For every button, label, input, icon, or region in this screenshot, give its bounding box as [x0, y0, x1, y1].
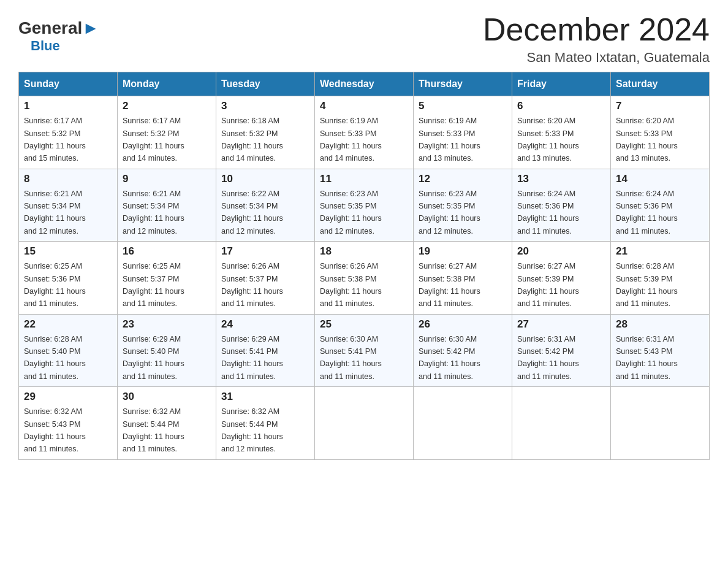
day-info: Sunrise: 6:20 AMSunset: 5:33 PMDaylight:…: [517, 117, 579, 163]
calendar-table: Sunday Monday Tuesday Wednesday Thursday…: [18, 72, 710, 460]
day-number: 21: [616, 245, 704, 258]
day-number: 12: [419, 173, 507, 185]
day-number: 9: [123, 173, 211, 185]
day-info: Sunrise: 6:23 AMSunset: 5:35 PMDaylight:…: [419, 190, 480, 236]
col-friday: Friday: [512, 72, 611, 96]
table-row: 2 Sunrise: 6:17 AMSunset: 5:32 PMDayligh…: [118, 96, 216, 169]
day-number: 8: [24, 173, 112, 185]
calendar-week-row: 8 Sunrise: 6:21 AMSunset: 5:34 PMDayligh…: [19, 169, 710, 242]
table-row: 21 Sunrise: 6:28 AMSunset: 5:39 PMDaylig…: [611, 242, 710, 315]
day-number: 20: [517, 245, 605, 258]
day-info: Sunrise: 6:29 AMSunset: 5:40 PMDaylight:…: [123, 335, 184, 381]
day-info: Sunrise: 6:27 AMSunset: 5:39 PMDaylight:…: [517, 262, 579, 308]
day-number: 25: [320, 318, 408, 331]
day-info: Sunrise: 6:23 AMSunset: 5:35 PMDaylight:…: [320, 190, 382, 236]
calendar-week-row: 29 Sunrise: 6:32 AMSunset: 5:43 PMDaylig…: [19, 387, 710, 460]
day-info: Sunrise: 6:18 AMSunset: 5:32 PMDaylight:…: [221, 117, 283, 163]
title-block: December 2024 San Mateo Ixtatan, Guatema…: [483, 12, 710, 66]
day-number: 23: [123, 318, 211, 331]
day-number: 29: [24, 391, 112, 403]
calendar-week-row: 15 Sunrise: 6:25 AMSunset: 5:36 PMDaylig…: [19, 242, 710, 315]
day-info: Sunrise: 6:32 AMSunset: 5:43 PMDaylight:…: [24, 407, 86, 453]
day-info: Sunrise: 6:17 AMSunset: 5:32 PMDaylight:…: [123, 117, 184, 163]
table-row: [512, 387, 611, 460]
day-info: Sunrise: 6:28 AMSunset: 5:39 PMDaylight:…: [616, 262, 678, 308]
table-row: [414, 387, 512, 460]
logo-blue-text: Blue: [31, 38, 60, 54]
day-info: Sunrise: 6:31 AMSunset: 5:43 PMDaylight:…: [616, 335, 678, 381]
logo-general-text: General►: [18, 18, 99, 38]
month-title: December 2024: [483, 12, 710, 47]
day-info: Sunrise: 6:26 AMSunset: 5:37 PMDaylight:…: [221, 262, 283, 308]
table-row: 18 Sunrise: 6:26 AMSunset: 5:38 PMDaylig…: [315, 242, 414, 315]
table-row: 8 Sunrise: 6:21 AMSunset: 5:34 PMDayligh…: [19, 169, 118, 242]
day-number: 6: [517, 100, 605, 112]
calendar-header-row: Sunday Monday Tuesday Wednesday Thursday…: [19, 72, 710, 96]
day-info: Sunrise: 6:32 AMSunset: 5:44 PMDaylight:…: [123, 407, 184, 453]
col-thursday: Thursday: [414, 72, 512, 96]
day-number: 16: [123, 245, 211, 258]
day-number: 27: [517, 318, 605, 331]
calendar-week-row: 1 Sunrise: 6:17 AMSunset: 5:32 PMDayligh…: [19, 96, 710, 169]
table-row: 23 Sunrise: 6:29 AMSunset: 5:40 PMDaylig…: [118, 314, 216, 387]
day-info: Sunrise: 6:24 AMSunset: 5:36 PMDaylight:…: [616, 190, 678, 236]
day-info: Sunrise: 6:30 AMSunset: 5:42 PMDaylight:…: [419, 335, 480, 381]
table-row: 12 Sunrise: 6:23 AMSunset: 5:35 PMDaylig…: [414, 169, 512, 242]
day-info: Sunrise: 6:28 AMSunset: 5:40 PMDaylight:…: [24, 335, 86, 381]
table-row: 11 Sunrise: 6:23 AMSunset: 5:35 PMDaylig…: [315, 169, 414, 242]
day-number: 31: [221, 391, 309, 403]
table-row: 3 Sunrise: 6:18 AMSunset: 5:32 PMDayligh…: [216, 96, 315, 169]
day-info: Sunrise: 6:19 AMSunset: 5:33 PMDaylight:…: [419, 117, 480, 163]
table-row: 16 Sunrise: 6:25 AMSunset: 5:37 PMDaylig…: [118, 242, 216, 315]
day-info: Sunrise: 6:17 AMSunset: 5:32 PMDaylight:…: [24, 117, 86, 163]
table-row: 7 Sunrise: 6:20 AMSunset: 5:33 PMDayligh…: [611, 96, 710, 169]
day-info: Sunrise: 6:20 AMSunset: 5:33 PMDaylight:…: [616, 117, 678, 163]
day-number: 11: [320, 173, 408, 185]
table-row: 26 Sunrise: 6:30 AMSunset: 5:42 PMDaylig…: [414, 314, 512, 387]
day-number: 10: [221, 173, 309, 185]
day-number: 28: [616, 318, 704, 331]
day-info: Sunrise: 6:32 AMSunset: 5:44 PMDaylight:…: [221, 407, 283, 453]
logo: General► Blue: [18, 18, 99, 54]
table-row: [315, 387, 414, 460]
page-header: General► Blue December 2024 San Mateo Ix…: [18, 12, 710, 66]
table-row: 13 Sunrise: 6:24 AMSunset: 5:36 PMDaylig…: [512, 169, 611, 242]
table-row: 22 Sunrise: 6:28 AMSunset: 5:40 PMDaylig…: [19, 314, 118, 387]
day-number: 22: [24, 318, 112, 331]
day-number: 17: [221, 245, 309, 258]
day-number: 7: [616, 100, 704, 112]
day-info: Sunrise: 6:26 AMSunset: 5:38 PMDaylight:…: [320, 262, 382, 308]
day-info: Sunrise: 6:30 AMSunset: 5:41 PMDaylight:…: [320, 335, 382, 381]
calendar-week-row: 22 Sunrise: 6:28 AMSunset: 5:40 PMDaylig…: [19, 314, 710, 387]
day-info: Sunrise: 6:22 AMSunset: 5:34 PMDaylight:…: [221, 190, 283, 236]
table-row: 17 Sunrise: 6:26 AMSunset: 5:37 PMDaylig…: [216, 242, 315, 315]
table-row: 5 Sunrise: 6:19 AMSunset: 5:33 PMDayligh…: [414, 96, 512, 169]
day-number: 4: [320, 100, 408, 112]
table-row: 20 Sunrise: 6:27 AMSunset: 5:39 PMDaylig…: [512, 242, 611, 315]
table-row: 19 Sunrise: 6:27 AMSunset: 5:38 PMDaylig…: [414, 242, 512, 315]
table-row: 14 Sunrise: 6:24 AMSunset: 5:36 PMDaylig…: [611, 169, 710, 242]
table-row: 29 Sunrise: 6:32 AMSunset: 5:43 PMDaylig…: [19, 387, 118, 460]
day-info: Sunrise: 6:21 AMSunset: 5:34 PMDaylight:…: [24, 190, 86, 236]
day-number: 24: [221, 318, 309, 331]
table-row: [611, 387, 710, 460]
day-number: 3: [221, 100, 309, 112]
day-info: Sunrise: 6:27 AMSunset: 5:38 PMDaylight:…: [419, 262, 480, 308]
table-row: 9 Sunrise: 6:21 AMSunset: 5:34 PMDayligh…: [118, 169, 216, 242]
table-row: 15 Sunrise: 6:25 AMSunset: 5:36 PMDaylig…: [19, 242, 118, 315]
col-sunday: Sunday: [19, 72, 118, 96]
day-number: 30: [123, 391, 211, 403]
day-number: 5: [419, 100, 507, 112]
day-info: Sunrise: 6:31 AMSunset: 5:42 PMDaylight:…: [517, 335, 579, 381]
table-row: 4 Sunrise: 6:19 AMSunset: 5:33 PMDayligh…: [315, 96, 414, 169]
table-row: 25 Sunrise: 6:30 AMSunset: 5:41 PMDaylig…: [315, 314, 414, 387]
table-row: 1 Sunrise: 6:17 AMSunset: 5:32 PMDayligh…: [19, 96, 118, 169]
col-saturday: Saturday: [611, 72, 710, 96]
table-row: 6 Sunrise: 6:20 AMSunset: 5:33 PMDayligh…: [512, 96, 611, 169]
day-number: 19: [419, 245, 507, 258]
col-wednesday: Wednesday: [315, 72, 414, 96]
table-row: 28 Sunrise: 6:31 AMSunset: 5:43 PMDaylig…: [611, 314, 710, 387]
table-row: 30 Sunrise: 6:32 AMSunset: 5:44 PMDaylig…: [118, 387, 216, 460]
day-info: Sunrise: 6:29 AMSunset: 5:41 PMDaylight:…: [221, 335, 283, 381]
day-info: Sunrise: 6:25 AMSunset: 5:36 PMDaylight:…: [24, 262, 86, 308]
